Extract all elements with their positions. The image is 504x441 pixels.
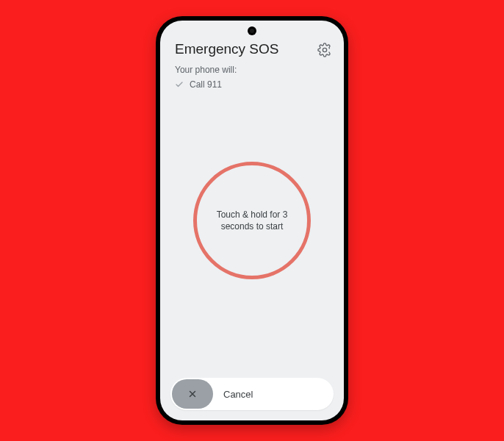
stage: Emergency SOS Your phone will: Call 911 [0, 0, 504, 441]
check-icon [175, 80, 184, 89]
cancel-bar[interactable]: Cancel [170, 378, 334, 410]
gear-icon [317, 43, 332, 57]
subtitle: Your phone will: [160, 57, 344, 75]
cancel-slider-knob[interactable] [172, 379, 213, 409]
close-icon [187, 389, 198, 399]
center-area: Touch & hold for 3 seconds to start [193, 162, 311, 279]
page-title: Emergency SOS [175, 41, 279, 57]
action-list: Call 911 [160, 75, 344, 90]
touch-hold-button[interactable]: Touch & hold for 3 seconds to start [193, 162, 311, 279]
touch-hold-label: Touch & hold for 3 seconds to start [212, 209, 292, 232]
action-label: Call 911 [190, 79, 222, 90]
list-item: Call 911 [175, 79, 329, 90]
settings-button[interactable] [317, 43, 332, 57]
svg-point-0 [323, 48, 326, 51]
phone-screen: Emergency SOS Your phone will: Call 911 [160, 21, 344, 420]
phone-frame: Emergency SOS Your phone will: Call 911 [156, 16, 348, 425]
cancel-label: Cancel [223, 389, 253, 400]
front-camera [248, 26, 256, 35]
